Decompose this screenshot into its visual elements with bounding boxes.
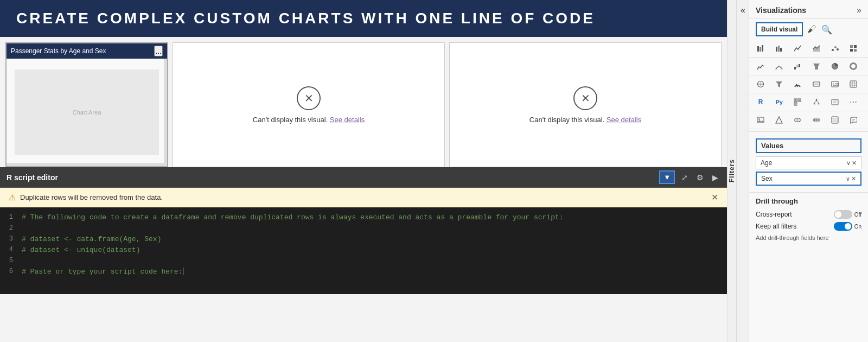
first-visual-inner: Chart Area (7, 43, 167, 166)
icon-shape[interactable] (772, 113, 786, 126)
svg-rect-14 (794, 67, 796, 69)
resize-handle-bottom[interactable] (7, 163, 167, 166)
value-chip-sex[interactable]: Sex ∨ ✕ (756, 172, 861, 186)
svg-rect-11 (854, 45, 857, 48)
icon-scatter[interactable] (828, 42, 842, 55)
line-num-3: 3 (0, 235, 13, 243)
icon-area-chart[interactable] (809, 42, 824, 55)
icon-stacked-bar[interactable] (754, 42, 768, 55)
icon-pie[interactable] (828, 60, 842, 73)
icon-image[interactable] (754, 113, 768, 126)
svg-rect-12 (850, 49, 853, 52)
editor-run-icon[interactable]: ▶ (710, 172, 720, 183)
icon-slicer[interactable] (828, 113, 842, 126)
cant-display-icon-3: ✕ (573, 86, 597, 110)
svg-rect-13 (854, 49, 857, 52)
icon-ribbon[interactable] (772, 60, 786, 73)
cross-report-label: Cross-report (756, 211, 792, 218)
cant-display-3: ✕ Can't display this visual. See details (529, 43, 641, 167)
icon-gauge[interactable] (790, 78, 805, 91)
icon-matrix[interactable] (846, 78, 860, 91)
svg-point-54 (814, 119, 815, 121)
value-chip-age[interactable]: Age ∨ ✕ (756, 156, 861, 169)
icon-kpi[interactable]: 123 (828, 78, 842, 91)
svg-marker-50 (776, 117, 782, 123)
cant-display-icon-2: ✕ (297, 86, 321, 110)
filters-side-tab[interactable]: Filters (727, 0, 737, 342)
visual-menu-button[interactable]: ... (154, 46, 163, 56)
icon-filter[interactable] (772, 78, 786, 91)
keep-filters-toggle-control[interactable] (834, 222, 852, 231)
age-expand-icon[interactable]: ∨ (846, 160, 851, 167)
visual-card-2: ✕ Can't display this visual. See details (173, 42, 445, 167)
build-visual-button[interactable]: Build visual (756, 22, 803, 36)
keep-filters-toggle[interactable]: On (834, 222, 861, 231)
icon-card[interactable] (809, 78, 824, 91)
see-details-link-3[interactable]: See details (607, 116, 641, 124)
svg-marker-23 (776, 81, 782, 87)
see-details-link-2[interactable]: See details (330, 116, 365, 124)
icon-funnel[interactable] (809, 60, 824, 73)
svg-point-7 (832, 49, 834, 51)
code-text-6: # Paste or type your script code here: (22, 268, 182, 276)
sex-expand-icon[interactable]: ∨ (846, 175, 850, 182)
analytics-icon[interactable]: 🔍 (820, 23, 833, 36)
svg-rect-15 (796, 65, 798, 67)
viz-panel-close-button[interactable]: » (857, 5, 861, 15)
svg-point-9 (837, 48, 839, 50)
icon-r-visual[interactable]: R (754, 96, 768, 109)
icon-waterfall[interactable] (790, 60, 805, 73)
icon-bar-chart[interactable] (772, 42, 786, 55)
svg-rect-57 (832, 117, 838, 123)
editor-expand-icon[interactable]: ⤢ (679, 172, 690, 183)
icon-map[interactable] (754, 78, 768, 91)
svg-text:123: 123 (833, 83, 839, 86)
panel-collapse-area: « (737, 0, 749, 342)
visuals-row: Passenger Stats by Age and Sex ... Chart… (0, 37, 727, 167)
icon-button[interactable] (790, 113, 805, 126)
age-close-icon[interactable]: ✕ (852, 160, 857, 167)
add-drill-through-button[interactable]: Add drill-through fields here (756, 232, 861, 243)
svg-rect-39 (795, 104, 796, 105)
icon-paginator[interactable] (809, 113, 824, 126)
panel-collapse-button[interactable]: « (741, 5, 745, 15)
icon-decomp[interactable] (809, 96, 824, 109)
svg-point-56 (817, 119, 818, 121)
icon-smart-narrative[interactable] (846, 113, 860, 126)
line-num-5: 5 (0, 257, 13, 264)
icon-donut[interactable] (846, 60, 860, 73)
icon-grid-row1 (749, 40, 868, 58)
svg-rect-2 (762, 45, 763, 52)
cross-report-toggle[interactable]: Off (834, 210, 861, 219)
svg-point-42 (818, 103, 819, 105)
cross-report-toggle-control[interactable] (834, 210, 852, 219)
visual-title-text: Passenger Stats by Age and Sex (11, 47, 106, 55)
icon-line2[interactable] (754, 60, 768, 73)
icon-qr[interactable] (790, 96, 805, 109)
resize-handle-right[interactable] (164, 43, 167, 166)
value-chip-sex-actions: ∨ ✕ (846, 175, 856, 182)
cant-display-text-3: Can't display this visual. See details (529, 116, 641, 124)
code-editor-area[interactable]: 1 # The following code to create a dataf… (0, 207, 727, 294)
sex-close-icon[interactable]: ✕ (851, 175, 856, 182)
keep-filters-row: Keep all filters On (756, 220, 861, 232)
icon-py-visual[interactable]: Py (772, 96, 786, 109)
warning-close-button[interactable]: ✕ (711, 192, 718, 202)
editor-collapse-button[interactable]: ▼ (659, 170, 675, 184)
cross-report-toggle-label: Off (854, 212, 861, 218)
icon-more2[interactable]: ⋯ (846, 96, 860, 109)
code-line-5: 5 (0, 255, 727, 266)
icon-narrative[interactable] (828, 96, 842, 109)
editor-settings-icon[interactable]: ⚙ (694, 172, 706, 183)
icon-more-charts[interactable] (846, 42, 860, 55)
code-text-4: # dataset <- unique(dataset) (22, 246, 140, 254)
svg-rect-29 (850, 81, 857, 87)
icon-line-chart[interactable] (790, 42, 805, 55)
visual-card-1: Passenger Stats by Age and Sex ... Chart… (5, 42, 168, 167)
format-icon[interactable]: 🖌 (806, 23, 817, 35)
svg-rect-37 (799, 100, 800, 101)
editor-title: R script editor (7, 173, 655, 182)
values-section: Values Age ∨ ✕ Sex ∨ ✕ (749, 134, 868, 192)
svg-rect-0 (757, 46, 759, 52)
svg-rect-1 (760, 47, 761, 52)
